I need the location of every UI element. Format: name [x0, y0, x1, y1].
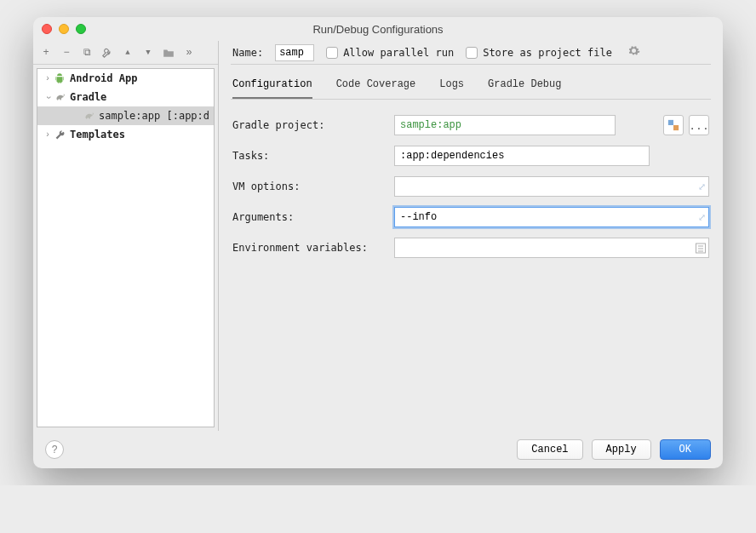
tree-node-gradle[interactable]: › Gradle — [37, 88, 214, 106]
content: + − ⧉ ▲ ▼ » › — [33, 41, 723, 468]
dialog-window: Run/Debug Configurations + − ⧉ ▲ ▼ » — [33, 17, 723, 468]
tree-node-templates[interactable]: › Templates — [37, 125, 214, 144]
project-picker-icon[interactable] — [663, 115, 684, 135]
config-toolbar: + − ⧉ ▲ ▼ » — [33, 41, 218, 65]
name-row: Name: Allow parallel run Store as projec… — [231, 41, 711, 65]
expand-icon[interactable]: » — [183, 47, 195, 59]
tabbar: Configuration Code Coverage Logs Gradle … — [231, 65, 711, 100]
env-vars-input[interactable] — [394, 238, 709, 258]
window-title: Run/Debug Configurations — [33, 23, 723, 36]
apply-button[interactable]: Apply — [592, 439, 651, 460]
android-icon — [53, 72, 66, 84]
gradle-icon — [53, 91, 66, 103]
vm-field-wrap: ⤢ — [394, 176, 709, 197]
checkbox-box — [326, 47, 338, 59]
wrench-icon[interactable] — [101, 47, 113, 59]
gradle-project-label: Gradle project: — [232, 119, 386, 131]
node-label: Android App — [70, 72, 137, 84]
env-field-wrap — [394, 238, 709, 258]
remove-icon[interactable]: − — [60, 47, 72, 59]
arguments-input[interactable] — [394, 207, 709, 227]
browse-button[interactable]: ?... — [689, 115, 709, 135]
gradle-project-input[interactable] — [394, 115, 616, 135]
gear-icon[interactable] — [627, 44, 640, 60]
ok-button[interactable]: OK — [660, 439, 711, 460]
add-icon[interactable]: + — [40, 47, 52, 59]
node-label: Templates — [70, 129, 125, 140]
sidebar: + − ⧉ ▲ ▼ » › — [33, 41, 219, 431]
checkbox-label: Allow parallel run — [343, 47, 454, 59]
expand-field-icon[interactable]: ⤢ — [698, 181, 706, 192]
tab-logs[interactable]: Logs — [439, 78, 464, 100]
folder-icon[interactable] — [163, 47, 175, 59]
allow-parallel-checkbox[interactable]: Allow parallel run — [326, 47, 454, 59]
footer: ? Cancel Apply OK — [33, 431, 723, 468]
help-icon: ? — [52, 444, 58, 456]
titlebar: Run/Debug Configurations — [33, 17, 723, 41]
vm-options-input[interactable] — [394, 176, 709, 197]
env-vars-label: Environment variables: — [232, 242, 386, 254]
gradle-project-buttons: ?... — [663, 115, 709, 135]
node-label: sample:app [:app:d — [99, 110, 209, 122]
right-pane: Name: Allow parallel run Store as projec… — [219, 41, 723, 431]
store-project-checkbox[interactable]: Store as project file — [466, 47, 612, 59]
name-label: Name: — [232, 47, 263, 59]
gradle-project-field-wrap — [394, 115, 616, 135]
vm-options-label: VM options: — [232, 181, 386, 192]
tab-gradle-debug[interactable]: Gradle Debug — [488, 78, 561, 100]
copy-icon[interactable]: ⧉ — [81, 47, 93, 59]
tree-node-gradle-child[interactable]: sample:app [:app:d — [37, 106, 214, 125]
ok-label: OK — [679, 444, 691, 456]
chevron-right-icon: › — [43, 74, 53, 83]
svg-rect-1 — [673, 125, 679, 130]
checkbox-label: Store as project file — [483, 47, 612, 59]
node-label: Gradle — [70, 91, 106, 103]
name-input[interactable] — [275, 44, 314, 61]
arguments-field-wrap: ⤢ — [394, 207, 709, 227]
wrench-icon — [53, 129, 66, 140]
tree-node-android[interactable]: › Android App — [37, 69, 214, 88]
chevron-down-icon: › — [43, 92, 53, 102]
cancel-button[interactable]: Cancel — [517, 439, 582, 460]
up-icon[interactable]: ▲ — [122, 47, 134, 59]
svg-rect-0 — [668, 120, 673, 125]
cancel-label: Cancel — [531, 444, 568, 456]
tasks-field-wrap — [394, 146, 709, 166]
arguments-label: Arguments: — [232, 211, 386, 223]
list-edit-icon[interactable] — [696, 242, 706, 255]
tab-code-coverage[interactable]: Code Coverage — [336, 78, 416, 100]
gradle-icon — [82, 110, 95, 122]
config-tree[interactable]: › Android App › Gradle — [37, 68, 215, 427]
tasks-label: Tasks: — [232, 150, 386, 162]
config-form: Gradle project: ?... Tasks: VM op — [231, 100, 711, 258]
main-row: + − ⧉ ▲ ▼ » › — [33, 41, 723, 431]
checkbox-box — [466, 47, 478, 59]
down-icon[interactable]: ▼ — [142, 47, 154, 59]
tasks-input[interactable] — [394, 146, 650, 166]
footer-left: ? — [45, 440, 64, 459]
tab-configuration[interactable]: Configuration — [232, 78, 312, 100]
help-button[interactable]: ? — [45, 440, 64, 459]
chevron-right-icon: › — [43, 130, 53, 140]
expand-field-icon[interactable]: ⤢ — [698, 212, 706, 223]
apply-label: Apply — [606, 444, 637, 456]
